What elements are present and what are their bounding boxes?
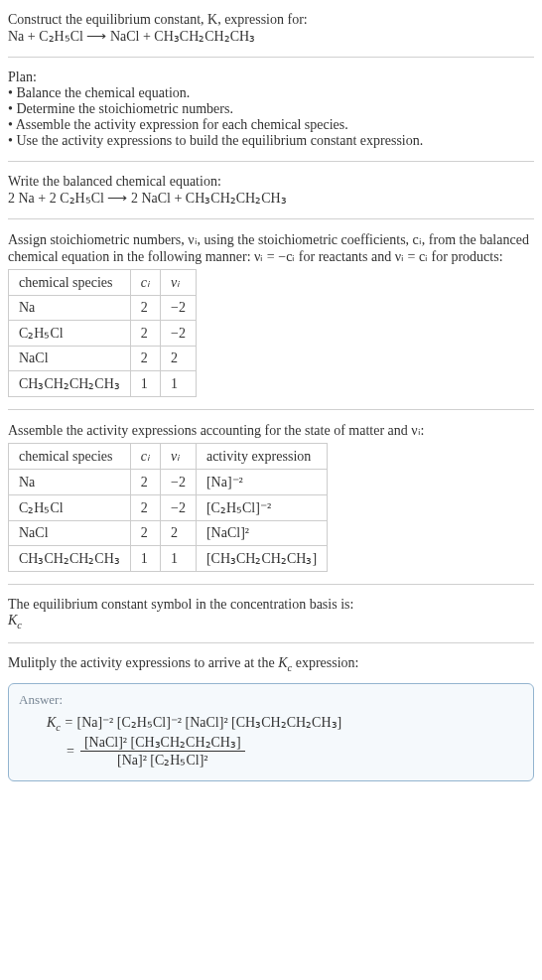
cell-species: Na — [9, 470, 131, 495]
cell-ci: 2 — [130, 347, 160, 371]
plan-bullet: • Determine the stoichiometric numbers. — [8, 101, 534, 117]
cell-species: C₂H₅Cl — [9, 321, 131, 347]
cell-ci: 2 — [130, 521, 160, 546]
cell-species: Na — [9, 296, 131, 321]
plan-bullet: • Assemble the activity expression for e… — [8, 117, 534, 133]
table-header-row: chemical species cᵢ νᵢ activity expressi… — [9, 444, 328, 470]
multiply-intro: Mulitply the activity expressions to arr… — [8, 655, 534, 673]
equals: = — [67, 744, 74, 760]
plan-bullet: • Use the activity expressions to build … — [8, 133, 534, 149]
cell-activity: [NaCl]² — [196, 521, 327, 546]
col-species: chemical species — [9, 444, 131, 470]
answer-box: Answer: Kc = [Na]⁻² [C₂H₅Cl]⁻² [NaCl]² [… — [8, 683, 534, 782]
prompt-line-2: Na + C₂H₅Cl ⟶ NaCl + CH₃CH₂CH₂CH₃ — [8, 28, 534, 45]
cell-ci: 2 — [130, 470, 160, 495]
cell-ci: 2 — [130, 495, 160, 521]
kc-symbol-section: The equilibrium constant symbol in the c… — [8, 591, 534, 636]
plan-section: Plan: • Balance the chemical equation. •… — [8, 64, 534, 155]
stoich-intro: Assign stoichiometric numbers, νᵢ, using… — [8, 231, 534, 265]
divider — [8, 218, 534, 219]
table-row: Na 2 −2 [Na]⁻² — [9, 470, 328, 495]
table-row: NaCl 2 2 [NaCl]² — [9, 521, 328, 546]
prompt-section: Construct the equilibrium constant, K, e… — [8, 6, 534, 51]
answer-fraction: [NaCl]² [CH₃CH₂CH₂CH₃] [Na]² [C₂H₅Cl]² — [80, 734, 245, 769]
divider — [8, 642, 534, 643]
cell-ci: 1 — [130, 546, 160, 572]
fraction-numerator: [NaCl]² [CH₃CH₂CH₂CH₃] — [80, 734, 245, 751]
col-ci: cᵢ — [130, 270, 160, 296]
answer-content: Kc = [Na]⁻² [C₂H₅Cl]⁻² [NaCl]² [CH₃CH₂CH… — [19, 714, 523, 770]
table-header-row: chemical species cᵢ νᵢ — [9, 270, 197, 296]
col-vi: νᵢ — [161, 270, 197, 296]
cell-vi: 2 — [161, 347, 197, 371]
table-row: C₂H₅Cl 2 −2 [C₂H₅Cl]⁻² — [9, 495, 328, 521]
answer-label: Answer: — [19, 692, 523, 708]
prompt-line-1: Construct the equilibrium constant, K, e… — [8, 12, 534, 28]
cell-vi: 2 — [161, 521, 197, 546]
answer-line-2: Kc = [NaCl]² [CH₃CH₂CH₂CH₃] [Na]² [C₂H₅C… — [47, 734, 523, 769]
table-row: NaCl 2 2 — [9, 347, 197, 371]
balanced-eq: 2 Na + 2 C₂H₅Cl ⟶ 2 NaCl + CH₃CH₂CH₂CH₃ — [8, 190, 534, 207]
cell-ci: 2 — [130, 296, 160, 321]
activity-section: Assemble the activity expressions accoun… — [8, 416, 534, 578]
divider — [8, 584, 534, 585]
table-row: Na 2 −2 — [9, 296, 197, 321]
col-ci: cᵢ — [130, 444, 160, 470]
fraction-denominator: [Na]² [C₂H₅Cl]² — [80, 751, 245, 769]
divider — [8, 161, 534, 162]
cell-vi: −2 — [161, 495, 197, 521]
col-activity: activity expression — [196, 444, 327, 470]
kc-symbol: Kc — [8, 613, 534, 630]
kc-rhs-1: [Na]⁻² [C₂H₅Cl]⁻² [NaCl]² [CH₃CH₂CH₂CH₃] — [76, 715, 341, 730]
multiply-section: Mulitply the activity expressions to arr… — [8, 649, 534, 679]
plan-title: Plan: — [8, 70, 534, 85]
cell-vi: −2 — [161, 470, 197, 495]
table-row: CH₃CH₂CH₂CH₃ 1 1 — [9, 371, 197, 397]
table-row: C₂H₅Cl 2 −2 — [9, 321, 197, 347]
cell-species: C₂H₅Cl — [9, 495, 131, 521]
activity-table: chemical species cᵢ νᵢ activity expressi… — [8, 443, 328, 572]
cell-activity: [C₂H₅Cl]⁻² — [196, 495, 327, 521]
answer-line-1: Kc = [Na]⁻² [C₂H₅Cl]⁻² [NaCl]² [CH₃CH₂CH… — [47, 714, 523, 733]
cell-vi: 1 — [161, 371, 197, 397]
cell-activity: [Na]⁻² — [196, 470, 327, 495]
cell-species: NaCl — [9, 347, 131, 371]
cell-species: CH₃CH₂CH₂CH₃ — [9, 546, 131, 572]
col-vi: νᵢ — [161, 444, 197, 470]
cell-vi: −2 — [161, 296, 197, 321]
divider — [8, 57, 534, 58]
cell-vi: 1 — [161, 546, 197, 572]
balanced-eq-intro: Write the balanced chemical equation: — [8, 174, 534, 190]
cell-ci: 2 — [130, 321, 160, 347]
balanced-eq-section: Write the balanced chemical equation: 2 … — [8, 168, 534, 212]
cell-activity: [CH₃CH₂CH₂CH₃] — [196, 546, 327, 572]
cell-vi: −2 — [161, 321, 197, 347]
cell-species: NaCl — [9, 521, 131, 546]
cell-species: CH₃CH₂CH₂CH₃ — [9, 371, 131, 397]
kc-lhs: Kc = — [47, 715, 76, 730]
divider — [8, 409, 534, 410]
activity-intro: Assemble the activity expressions accoun… — [8, 422, 534, 439]
col-species: chemical species — [9, 270, 131, 296]
table-row: CH₃CH₂CH₂CH₃ 1 1 [CH₃CH₂CH₂CH₃] — [9, 546, 328, 572]
cell-ci: 1 — [130, 371, 160, 397]
stoich-table: chemical species cᵢ νᵢ Na 2 −2 C₂H₅Cl 2 … — [8, 269, 197, 397]
kc-symbol-intro: The equilibrium constant symbol in the c… — [8, 597, 534, 613]
plan-bullet: • Balance the chemical equation. — [8, 85, 534, 101]
stoich-section: Assign stoichiometric numbers, νᵢ, using… — [8, 225, 534, 403]
